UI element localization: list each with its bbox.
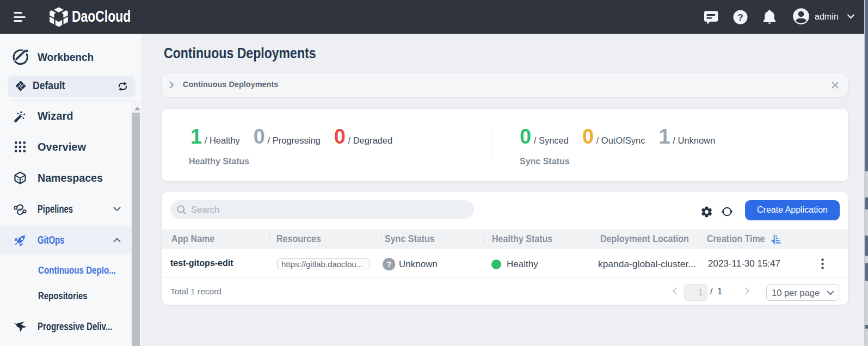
svg-text:?: ? [737,13,743,23]
svg-text:?: ? [386,260,391,269]
